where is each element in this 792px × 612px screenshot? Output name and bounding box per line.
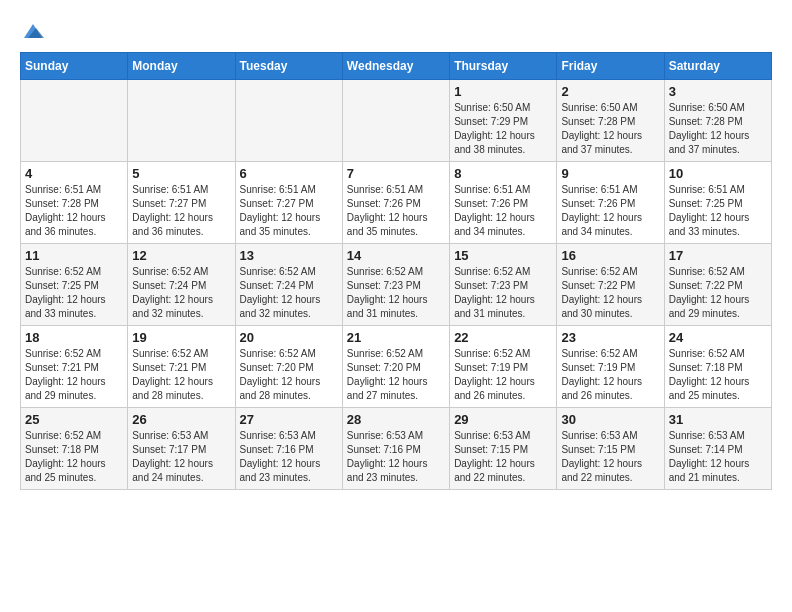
header-day-sunday: Sunday xyxy=(21,53,128,80)
day-number: 11 xyxy=(25,248,123,263)
day-number: 22 xyxy=(454,330,552,345)
header-day-friday: Friday xyxy=(557,53,664,80)
day-number: 15 xyxy=(454,248,552,263)
day-info: Sunrise: 6:51 AM Sunset: 7:27 PM Dayligh… xyxy=(132,183,230,239)
day-number: 6 xyxy=(240,166,338,181)
calendar-cell: 3Sunrise: 6:50 AM Sunset: 7:28 PM Daylig… xyxy=(664,80,771,162)
day-info: Sunrise: 6:53 AM Sunset: 7:15 PM Dayligh… xyxy=(454,429,552,485)
calendar-cell: 26Sunrise: 6:53 AM Sunset: 7:17 PM Dayli… xyxy=(128,408,235,490)
day-number: 14 xyxy=(347,248,445,263)
header-row: SundayMondayTuesdayWednesdayThursdayFrid… xyxy=(21,53,772,80)
calendar-cell: 2Sunrise: 6:50 AM Sunset: 7:28 PM Daylig… xyxy=(557,80,664,162)
day-number: 24 xyxy=(669,330,767,345)
week-row-4: 18Sunrise: 6:52 AM Sunset: 7:21 PM Dayli… xyxy=(21,326,772,408)
calendar-cell: 4Sunrise: 6:51 AM Sunset: 7:28 PM Daylig… xyxy=(21,162,128,244)
calendar-cell: 5Sunrise: 6:51 AM Sunset: 7:27 PM Daylig… xyxy=(128,162,235,244)
day-number: 30 xyxy=(561,412,659,427)
day-info: Sunrise: 6:52 AM Sunset: 7:24 PM Dayligh… xyxy=(240,265,338,321)
header-day-monday: Monday xyxy=(128,53,235,80)
day-info: Sunrise: 6:52 AM Sunset: 7:18 PM Dayligh… xyxy=(669,347,767,403)
calendar-cell: 12Sunrise: 6:52 AM Sunset: 7:24 PM Dayli… xyxy=(128,244,235,326)
day-number: 7 xyxy=(347,166,445,181)
day-info: Sunrise: 6:52 AM Sunset: 7:18 PM Dayligh… xyxy=(25,429,123,485)
calendar-cell: 22Sunrise: 6:52 AM Sunset: 7:19 PM Dayli… xyxy=(450,326,557,408)
calendar-body: 1Sunrise: 6:50 AM Sunset: 7:29 PM Daylig… xyxy=(21,80,772,490)
page-header xyxy=(20,20,772,42)
calendar-cell: 27Sunrise: 6:53 AM Sunset: 7:16 PM Dayli… xyxy=(235,408,342,490)
calendar-cell: 14Sunrise: 6:52 AM Sunset: 7:23 PM Dayli… xyxy=(342,244,449,326)
calendar-cell: 16Sunrise: 6:52 AM Sunset: 7:22 PM Dayli… xyxy=(557,244,664,326)
day-info: Sunrise: 6:52 AM Sunset: 7:21 PM Dayligh… xyxy=(132,347,230,403)
calendar-cell xyxy=(21,80,128,162)
calendar-cell: 15Sunrise: 6:52 AM Sunset: 7:23 PM Dayli… xyxy=(450,244,557,326)
calendar-cell: 30Sunrise: 6:53 AM Sunset: 7:15 PM Dayli… xyxy=(557,408,664,490)
day-number: 9 xyxy=(561,166,659,181)
calendar-cell: 23Sunrise: 6:52 AM Sunset: 7:19 PM Dayli… xyxy=(557,326,664,408)
header-day-wednesday: Wednesday xyxy=(342,53,449,80)
calendar-cell: 17Sunrise: 6:52 AM Sunset: 7:22 PM Dayli… xyxy=(664,244,771,326)
calendar-cell: 24Sunrise: 6:52 AM Sunset: 7:18 PM Dayli… xyxy=(664,326,771,408)
day-info: Sunrise: 6:51 AM Sunset: 7:26 PM Dayligh… xyxy=(347,183,445,239)
logo-icon xyxy=(22,20,44,42)
day-info: Sunrise: 6:53 AM Sunset: 7:17 PM Dayligh… xyxy=(132,429,230,485)
calendar-cell: 10Sunrise: 6:51 AM Sunset: 7:25 PM Dayli… xyxy=(664,162,771,244)
day-number: 27 xyxy=(240,412,338,427)
calendar-cell: 25Sunrise: 6:52 AM Sunset: 7:18 PM Dayli… xyxy=(21,408,128,490)
day-number: 4 xyxy=(25,166,123,181)
day-number: 8 xyxy=(454,166,552,181)
day-info: Sunrise: 6:51 AM Sunset: 7:25 PM Dayligh… xyxy=(669,183,767,239)
day-info: Sunrise: 6:52 AM Sunset: 7:23 PM Dayligh… xyxy=(347,265,445,321)
day-number: 2 xyxy=(561,84,659,99)
calendar-cell xyxy=(128,80,235,162)
day-info: Sunrise: 6:51 AM Sunset: 7:26 PM Dayligh… xyxy=(454,183,552,239)
calendar-cell: 20Sunrise: 6:52 AM Sunset: 7:20 PM Dayli… xyxy=(235,326,342,408)
calendar-cell xyxy=(235,80,342,162)
day-info: Sunrise: 6:52 AM Sunset: 7:22 PM Dayligh… xyxy=(669,265,767,321)
day-info: Sunrise: 6:53 AM Sunset: 7:15 PM Dayligh… xyxy=(561,429,659,485)
day-number: 18 xyxy=(25,330,123,345)
day-info: Sunrise: 6:52 AM Sunset: 7:25 PM Dayligh… xyxy=(25,265,123,321)
day-info: Sunrise: 6:52 AM Sunset: 7:19 PM Dayligh… xyxy=(454,347,552,403)
week-row-5: 25Sunrise: 6:52 AM Sunset: 7:18 PM Dayli… xyxy=(21,408,772,490)
calendar-header: SundayMondayTuesdayWednesdayThursdayFrid… xyxy=(21,53,772,80)
calendar-cell: 8Sunrise: 6:51 AM Sunset: 7:26 PM Daylig… xyxy=(450,162,557,244)
day-info: Sunrise: 6:52 AM Sunset: 7:20 PM Dayligh… xyxy=(240,347,338,403)
header-day-saturday: Saturday xyxy=(664,53,771,80)
day-info: Sunrise: 6:52 AM Sunset: 7:22 PM Dayligh… xyxy=(561,265,659,321)
day-number: 29 xyxy=(454,412,552,427)
day-info: Sunrise: 6:52 AM Sunset: 7:19 PM Dayligh… xyxy=(561,347,659,403)
week-row-3: 11Sunrise: 6:52 AM Sunset: 7:25 PM Dayli… xyxy=(21,244,772,326)
day-number: 5 xyxy=(132,166,230,181)
day-number: 20 xyxy=(240,330,338,345)
day-number: 23 xyxy=(561,330,659,345)
calendar-cell: 18Sunrise: 6:52 AM Sunset: 7:21 PM Dayli… xyxy=(21,326,128,408)
day-number: 17 xyxy=(669,248,767,263)
day-info: Sunrise: 6:51 AM Sunset: 7:28 PM Dayligh… xyxy=(25,183,123,239)
calendar-cell: 1Sunrise: 6:50 AM Sunset: 7:29 PM Daylig… xyxy=(450,80,557,162)
calendar-cell: 28Sunrise: 6:53 AM Sunset: 7:16 PM Dayli… xyxy=(342,408,449,490)
day-info: Sunrise: 6:53 AM Sunset: 7:16 PM Dayligh… xyxy=(347,429,445,485)
week-row-2: 4Sunrise: 6:51 AM Sunset: 7:28 PM Daylig… xyxy=(21,162,772,244)
calendar-cell: 13Sunrise: 6:52 AM Sunset: 7:24 PM Dayli… xyxy=(235,244,342,326)
day-info: Sunrise: 6:51 AM Sunset: 7:26 PM Dayligh… xyxy=(561,183,659,239)
day-info: Sunrise: 6:51 AM Sunset: 7:27 PM Dayligh… xyxy=(240,183,338,239)
day-info: Sunrise: 6:53 AM Sunset: 7:14 PM Dayligh… xyxy=(669,429,767,485)
calendar-cell: 7Sunrise: 6:51 AM Sunset: 7:26 PM Daylig… xyxy=(342,162,449,244)
calendar-cell: 9Sunrise: 6:51 AM Sunset: 7:26 PM Daylig… xyxy=(557,162,664,244)
day-number: 19 xyxy=(132,330,230,345)
calendar-cell: 31Sunrise: 6:53 AM Sunset: 7:14 PM Dayli… xyxy=(664,408,771,490)
day-info: Sunrise: 6:52 AM Sunset: 7:20 PM Dayligh… xyxy=(347,347,445,403)
day-number: 25 xyxy=(25,412,123,427)
calendar-cell xyxy=(342,80,449,162)
calendar-cell: 6Sunrise: 6:51 AM Sunset: 7:27 PM Daylig… xyxy=(235,162,342,244)
header-day-thursday: Thursday xyxy=(450,53,557,80)
day-info: Sunrise: 6:52 AM Sunset: 7:24 PM Dayligh… xyxy=(132,265,230,321)
day-number: 10 xyxy=(669,166,767,181)
day-number: 31 xyxy=(669,412,767,427)
day-number: 1 xyxy=(454,84,552,99)
day-number: 26 xyxy=(132,412,230,427)
calendar-table: SundayMondayTuesdayWednesdayThursdayFrid… xyxy=(20,52,772,490)
calendar-cell: 21Sunrise: 6:52 AM Sunset: 7:20 PM Dayli… xyxy=(342,326,449,408)
day-number: 3 xyxy=(669,84,767,99)
week-row-1: 1Sunrise: 6:50 AM Sunset: 7:29 PM Daylig… xyxy=(21,80,772,162)
